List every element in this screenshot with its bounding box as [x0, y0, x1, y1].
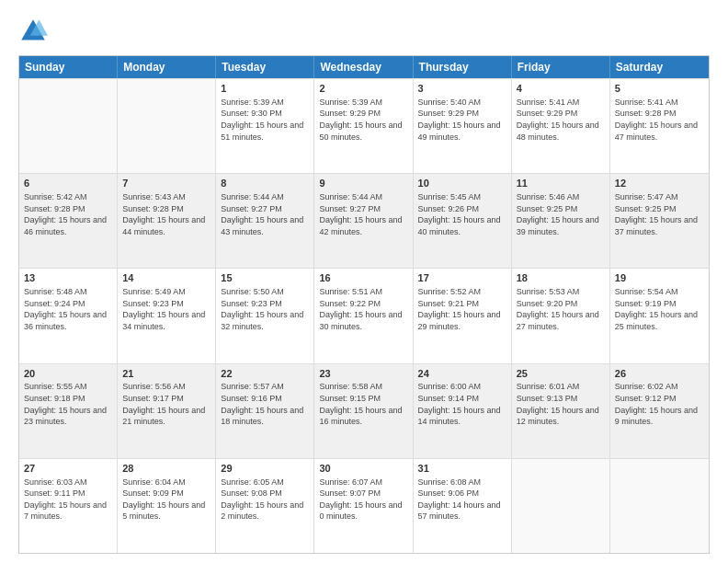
day-number: 19 — [615, 271, 704, 285]
day-info: Sunrise: 5:55 AM Sunset: 9:18 PM Dayligh… — [24, 381, 112, 427]
calendar-cell: 16Sunrise: 5:51 AM Sunset: 9:22 PM Dayli… — [314, 269, 413, 362]
calendar-cell: 7Sunrise: 5:43 AM Sunset: 9:28 PM Daylig… — [118, 174, 216, 268]
day-number: 18 — [517, 271, 605, 285]
calendar-cell: 17Sunrise: 5:52 AM Sunset: 9:21 PM Dayli… — [414, 269, 512, 362]
day-number: 15 — [221, 271, 309, 285]
calendar-cell: 2Sunrise: 5:39 AM Sunset: 9:29 PM Daylig… — [314, 79, 413, 173]
day-info: Sunrise: 5:41 AM Sunset: 9:29 PM Dayligh… — [517, 97, 605, 143]
calendar-header-cell: Thursday — [414, 56, 512, 78]
calendar-cell — [19, 79, 118, 173]
day-number: 29 — [221, 462, 309, 476]
day-info: Sunrise: 6:01 AM Sunset: 9:13 PM Dayligh… — [517, 381, 605, 427]
calendar-cell — [118, 79, 216, 173]
day-number: 17 — [418, 271, 506, 285]
day-info: Sunrise: 5:49 AM Sunset: 9:23 PM Dayligh… — [122, 286, 210, 332]
day-number: 16 — [319, 271, 407, 285]
page: SundayMondayTuesdayWednesdayThursdayFrid… — [0, 0, 728, 563]
calendar-cell: 3Sunrise: 5:40 AM Sunset: 9:29 PM Daylig… — [414, 79, 512, 173]
day-info: Sunrise: 5:48 AM Sunset: 9:24 PM Dayligh… — [24, 286, 112, 332]
day-info: Sunrise: 6:03 AM Sunset: 9:11 PM Dayligh… — [24, 477, 112, 523]
day-info: Sunrise: 5:45 AM Sunset: 9:26 PM Dayligh… — [418, 191, 506, 237]
day-info: Sunrise: 5:46 AM Sunset: 9:25 PM Dayligh… — [517, 191, 605, 237]
day-number: 9 — [319, 177, 407, 190]
calendar-cell: 5Sunrise: 5:41 AM Sunset: 9:28 PM Daylig… — [610, 79, 709, 173]
day-number: 30 — [319, 462, 407, 476]
calendar-row: 27Sunrise: 6:03 AM Sunset: 9:11 PM Dayli… — [19, 458, 709, 553]
day-number: 26 — [615, 367, 704, 381]
calendar-cell: 1Sunrise: 5:39 AM Sunset: 9:30 PM Daylig… — [216, 79, 314, 173]
day-number: 28 — [122, 462, 210, 476]
day-info: Sunrise: 5:43 AM Sunset: 9:28 PM Dayligh… — [122, 191, 210, 237]
day-number: 7 — [122, 177, 210, 190]
day-number: 23 — [319, 367, 407, 381]
day-info: Sunrise: 5:52 AM Sunset: 9:21 PM Dayligh… — [418, 286, 506, 332]
calendar-header-cell: Friday — [512, 56, 610, 78]
calendar-cell — [610, 459, 709, 553]
day-info: Sunrise: 5:47 AM Sunset: 9:25 PM Dayligh… — [615, 191, 704, 237]
calendar-cell: 23Sunrise: 5:58 AM Sunset: 9:15 PM Dayli… — [314, 364, 413, 458]
calendar-header-cell: Wednesday — [314, 56, 413, 78]
calendar-header-cell: Monday — [118, 56, 216, 78]
calendar-cell: 22Sunrise: 5:57 AM Sunset: 9:16 PM Dayli… — [216, 364, 314, 458]
day-number: 21 — [122, 367, 210, 381]
day-info: Sunrise: 5:51 AM Sunset: 9:22 PM Dayligh… — [319, 286, 407, 332]
logo — [18, 17, 51, 46]
day-info: Sunrise: 5:42 AM Sunset: 9:28 PM Dayligh… — [24, 191, 112, 237]
calendar-cell: 19Sunrise: 5:54 AM Sunset: 9:19 PM Dayli… — [610, 269, 709, 362]
day-number: 11 — [517, 177, 605, 190]
calendar-header-cell: Saturday — [610, 56, 709, 78]
day-number: 22 — [221, 367, 309, 381]
calendar-body: 1Sunrise: 5:39 AM Sunset: 9:30 PM Daylig… — [19, 78, 709, 553]
calendar-cell: 14Sunrise: 5:49 AM Sunset: 9:23 PM Dayli… — [118, 269, 216, 362]
day-info: Sunrise: 5:53 AM Sunset: 9:20 PM Dayligh… — [517, 286, 605, 332]
calendar-cell: 12Sunrise: 5:47 AM Sunset: 9:25 PM Dayli… — [610, 174, 709, 268]
calendar-header-cell: Sunday — [19, 56, 118, 78]
day-number: 2 — [319, 82, 407, 96]
calendar-row: 20Sunrise: 5:55 AM Sunset: 9:18 PM Dayli… — [19, 363, 709, 458]
day-number: 24 — [418, 367, 506, 381]
day-number: 12 — [615, 177, 704, 190]
calendar-cell: 25Sunrise: 6:01 AM Sunset: 9:13 PM Dayli… — [512, 364, 610, 458]
day-info: Sunrise: 5:50 AM Sunset: 9:23 PM Dayligh… — [221, 286, 309, 332]
day-number: 1 — [221, 82, 309, 96]
logo-icon — [18, 17, 48, 46]
day-info: Sunrise: 5:39 AM Sunset: 9:29 PM Dayligh… — [319, 97, 407, 143]
calendar-cell: 29Sunrise: 6:05 AM Sunset: 9:08 PM Dayli… — [216, 459, 314, 553]
day-info: Sunrise: 5:40 AM Sunset: 9:29 PM Dayligh… — [418, 97, 506, 143]
calendar-cell: 8Sunrise: 5:44 AM Sunset: 9:27 PM Daylig… — [216, 174, 314, 268]
day-number: 10 — [418, 177, 506, 190]
calendar-cell: 6Sunrise: 5:42 AM Sunset: 9:28 PM Daylig… — [19, 174, 118, 268]
day-info: Sunrise: 6:02 AM Sunset: 9:12 PM Dayligh… — [615, 381, 704, 427]
day-info: Sunrise: 6:05 AM Sunset: 9:08 PM Dayligh… — [221, 477, 309, 523]
calendar-cell: 26Sunrise: 6:02 AM Sunset: 9:12 PM Dayli… — [610, 364, 709, 458]
calendar-cell: 30Sunrise: 6:07 AM Sunset: 9:07 PM Dayli… — [314, 459, 413, 553]
day-number: 4 — [517, 82, 605, 96]
day-info: Sunrise: 6:00 AM Sunset: 9:14 PM Dayligh… — [418, 381, 506, 427]
calendar-cell: 11Sunrise: 5:46 AM Sunset: 9:25 PM Dayli… — [512, 174, 610, 268]
calendar-row: 6Sunrise: 5:42 AM Sunset: 9:28 PM Daylig… — [19, 173, 709, 268]
calendar-cell: 13Sunrise: 5:48 AM Sunset: 9:24 PM Dayli… — [19, 269, 118, 362]
day-info: Sunrise: 6:04 AM Sunset: 9:09 PM Dayligh… — [122, 477, 210, 523]
calendar-cell: 31Sunrise: 6:08 AM Sunset: 9:06 PM Dayli… — [414, 459, 512, 553]
calendar-row: 1Sunrise: 5:39 AM Sunset: 9:30 PM Daylig… — [19, 78, 709, 173]
calendar-cell: 18Sunrise: 5:53 AM Sunset: 9:20 PM Dayli… — [512, 269, 610, 362]
day-info: Sunrise: 6:07 AM Sunset: 9:07 PM Dayligh… — [319, 477, 407, 523]
calendar-cell: 4Sunrise: 5:41 AM Sunset: 9:29 PM Daylig… — [512, 79, 610, 173]
calendar-cell: 9Sunrise: 5:44 AM Sunset: 9:27 PM Daylig… — [314, 174, 413, 268]
calendar-cell: 24Sunrise: 6:00 AM Sunset: 9:14 PM Dayli… — [414, 364, 512, 458]
day-info: Sunrise: 6:08 AM Sunset: 9:06 PM Dayligh… — [418, 477, 506, 523]
calendar-header-cell: Tuesday — [216, 56, 314, 78]
day-info: Sunrise: 5:58 AM Sunset: 9:15 PM Dayligh… — [319, 381, 407, 427]
day-number: 25 — [517, 367, 605, 381]
calendar-row: 13Sunrise: 5:48 AM Sunset: 9:24 PM Dayli… — [19, 268, 709, 362]
calendar-header-row: SundayMondayTuesdayWednesdayThursdayFrid… — [19, 56, 709, 78]
calendar-cell: 21Sunrise: 5:56 AM Sunset: 9:17 PM Dayli… — [118, 364, 216, 458]
calendar-cell: 15Sunrise: 5:50 AM Sunset: 9:23 PM Dayli… — [216, 269, 314, 362]
day-info: Sunrise: 5:44 AM Sunset: 9:27 PM Dayligh… — [319, 191, 407, 237]
day-number: 20 — [24, 367, 112, 381]
calendar-cell: 20Sunrise: 5:55 AM Sunset: 9:18 PM Dayli… — [19, 364, 118, 458]
day-number: 6 — [24, 177, 112, 190]
calendar-cell — [512, 459, 610, 553]
day-info: Sunrise: 5:41 AM Sunset: 9:28 PM Dayligh… — [615, 97, 704, 143]
day-number: 13 — [24, 271, 112, 285]
